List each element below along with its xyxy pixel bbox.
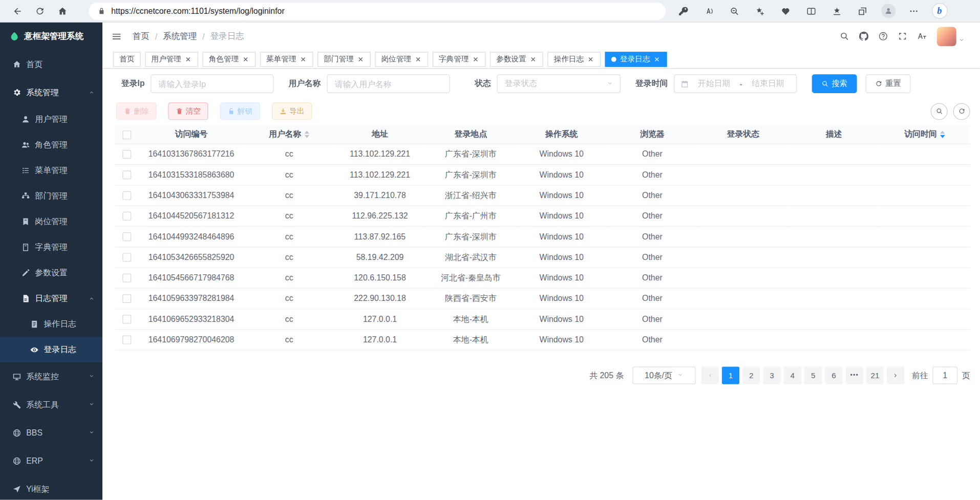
- fullscreen-button[interactable]: [898, 31, 908, 41]
- page-button[interactable]: 21: [866, 366, 884, 384]
- sidebar-menu-item[interactable]: Yi框架: [0, 475, 102, 500]
- github-button[interactable]: [859, 31, 869, 41]
- page-button[interactable]: 5: [804, 366, 822, 384]
- sidebar-menu-item[interactable]: 系统管理: [0, 78, 102, 106]
- user-avatar[interactable]: [937, 27, 956, 46]
- close-icon[interactable]: [300, 55, 307, 63]
- tab-item[interactable]: 用户管理: [145, 52, 198, 67]
- close-icon[interactable]: [653, 55, 661, 63]
- export-button[interactable]: 导出: [272, 102, 312, 120]
- page-button[interactable]: 6: [825, 366, 842, 384]
- close-icon[interactable]: [587, 55, 594, 63]
- status-select[interactable]: 登录状态: [497, 74, 621, 93]
- close-icon[interactable]: [414, 55, 422, 63]
- essentials-button[interactable]: [776, 2, 795, 20]
- row-checkbox[interactable]: [122, 336, 131, 344]
- row-checkbox[interactable]: [122, 212, 131, 221]
- hamburger-icon[interactable]: [111, 31, 122, 41]
- clear-button[interactable]: 清空: [168, 102, 208, 120]
- zoom-button[interactable]: [725, 2, 744, 20]
- tab-item[interactable]: 菜单管理: [260, 52, 313, 67]
- sidebar-menu-item[interactable]: 菜单管理: [0, 158, 102, 183]
- tab-item[interactable]: 参数设置: [490, 52, 543, 67]
- home-button[interactable]: [53, 2, 72, 20]
- page-button[interactable]: 4: [784, 366, 801, 384]
- sidebar-menu-item[interactable]: 登录日志: [0, 337, 102, 362]
- unlock-button[interactable]: 解锁: [220, 102, 260, 120]
- page-jump-input[interactable]: [932, 366, 957, 384]
- sidebar-menu-item[interactable]: 用户管理: [0, 106, 102, 132]
- show-search-button[interactable]: [931, 103, 948, 120]
- read-aloud-button[interactable]: [699, 2, 718, 20]
- page-button[interactable]: 1: [722, 366, 739, 384]
- prev-page-button[interactable]: [701, 366, 719, 384]
- column-header[interactable]: 访问时间: [879, 125, 970, 144]
- sidebar-menu-item[interactable]: 角色管理: [0, 132, 102, 158]
- sidebar-menu-item[interactable]: 字典管理: [0, 234, 102, 260]
- breadcrumb-item[interactable]: 系统管理: [163, 31, 197, 42]
- sidebar-menu-item[interactable]: 日志管理: [0, 286, 102, 311]
- tab-item[interactable]: 部门管理: [317, 52, 371, 67]
- sidebar-menu-item[interactable]: 部门管理: [0, 183, 102, 209]
- row-checkbox[interactable]: [122, 315, 131, 324]
- sidebar-menu-item[interactable]: 首页: [0, 50, 102, 78]
- user-name-input[interactable]: [327, 74, 450, 93]
- sidebar-menu-item[interactable]: ERP: [0, 447, 102, 475]
- tab-item[interactable]: 登录日志: [605, 52, 667, 67]
- collections-button[interactable]: [853, 2, 872, 20]
- row-checkbox[interactable]: [122, 150, 131, 159]
- page-button[interactable]: 2: [742, 366, 760, 384]
- search-button[interactable]: [839, 31, 849, 41]
- breadcrumb-item[interactable]: 首页: [133, 31, 150, 42]
- more-button[interactable]: [904, 2, 923, 20]
- favorites-add-button[interactable]: [751, 2, 770, 20]
- address-bar[interactable]: https://ccnetcore.com:1101/system/log/lo…: [89, 2, 666, 19]
- key-button[interactable]: [674, 2, 693, 20]
- row-checkbox[interactable]: [122, 274, 131, 282]
- login-ip-input[interactable]: [151, 74, 273, 93]
- split-screen-button[interactable]: [802, 2, 821, 20]
- column-header[interactable]: 用户名称: [244, 125, 334, 144]
- page-size-select[interactable]: 10条/页: [632, 366, 695, 384]
- close-icon[interactable]: [472, 55, 480, 63]
- question-button[interactable]: [878, 31, 888, 41]
- page-button[interactable]: 3: [763, 366, 780, 384]
- next-page-button[interactable]: [887, 366, 904, 384]
- login-time-range-picker[interactable]: 开始日期 - 结束日期: [673, 74, 796, 93]
- tab-item[interactable]: 岗位管理: [375, 52, 428, 67]
- row-checkbox[interactable]: [122, 253, 131, 262]
- tab-item[interactable]: 操作日志: [547, 52, 601, 67]
- font-size-button[interactable]: [917, 31, 927, 41]
- reload-button[interactable]: [31, 2, 50, 20]
- row-checkbox[interactable]: [122, 294, 131, 303]
- more-pages-button[interactable]: •••: [846, 366, 863, 384]
- row-checkbox[interactable]: [122, 191, 131, 200]
- reset-button[interactable]: 重置: [865, 74, 910, 93]
- tab-item[interactable]: 首页: [113, 52, 141, 67]
- close-icon[interactable]: [184, 55, 192, 63]
- favorites-bar-button[interactable]: [827, 2, 846, 20]
- sidebar-menu-item[interactable]: 系统工具: [0, 390, 102, 419]
- sidebar-menu-item[interactable]: 系统监控: [0, 362, 102, 390]
- sidebar-menu-item[interactable]: 岗位管理: [0, 209, 102, 234]
- sidebar-menu-item[interactable]: 操作日志: [0, 311, 102, 337]
- refresh-table-button[interactable]: [953, 103, 970, 120]
- delete-button[interactable]: 删除: [116, 102, 156, 120]
- sidebar-menu-item[interactable]: BBS: [0, 419, 102, 447]
- row-checkbox[interactable]: [122, 171, 131, 180]
- search-button[interactable]: 搜索: [812, 74, 857, 93]
- close-icon[interactable]: [357, 55, 365, 63]
- copilot-button[interactable]: b: [930, 2, 949, 20]
- tab-item[interactable]: 角色管理: [203, 52, 256, 67]
- back-button[interactable]: [8, 2, 27, 20]
- close-icon[interactable]: [242, 55, 249, 63]
- sidebar-menu-item[interactable]: 参数设置: [0, 260, 102, 286]
- chevron-down-icon[interactable]: [958, 36, 965, 43]
- profile-button[interactable]: [879, 2, 898, 20]
- sort-carets[interactable]: [940, 131, 945, 138]
- close-icon[interactable]: [529, 55, 537, 63]
- select-all-checkbox[interactable]: [122, 131, 131, 139]
- tab-item[interactable]: 字典管理: [433, 52, 486, 67]
- sort-carets[interactable]: [305, 131, 310, 138]
- row-checkbox[interactable]: [122, 232, 131, 241]
